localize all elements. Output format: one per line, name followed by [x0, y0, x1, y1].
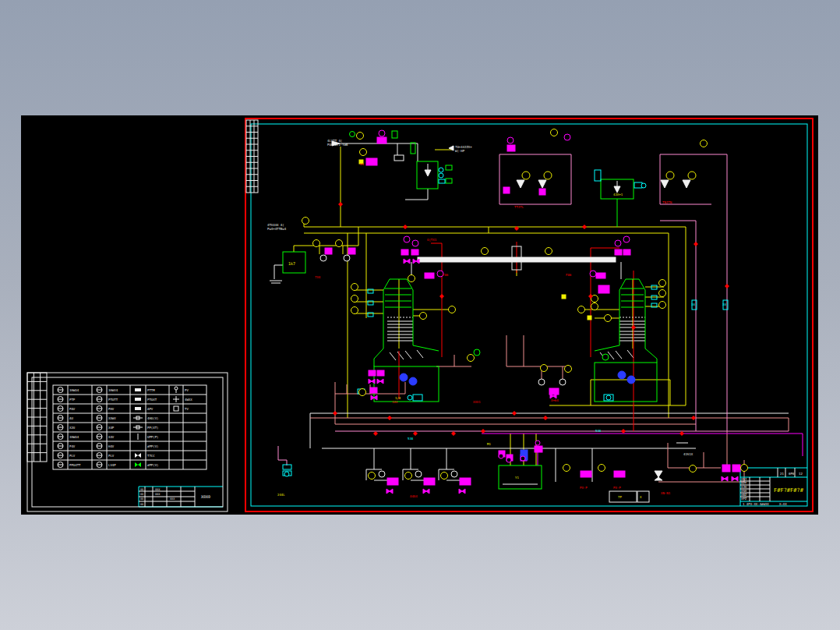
- annotation: XPZ: [741, 497, 747, 501]
- annotation: XXX: [155, 493, 161, 496]
- instrument-bubble: [521, 456, 525, 461]
- legend-label: XXWV: [108, 416, 116, 420]
- annotation: 41S1X: [683, 452, 694, 456]
- instrument-bubble: [598, 465, 605, 472]
- instrument-bubble: [441, 472, 448, 480]
- instrument-bubble: [666, 172, 674, 179]
- legend-label: X2U: [69, 426, 76, 430]
- instrument-bubble: [701, 140, 708, 147]
- instrument-bubble: [690, 465, 697, 472]
- equipment-rect: [460, 478, 471, 485]
- annotation: FA6: [566, 273, 572, 277]
- annotation: A4A4: [410, 494, 418, 498]
- instrument-bubble: [605, 315, 612, 322]
- equipment-rect: [732, 465, 740, 472]
- equipment-rect: [549, 388, 559, 395]
- equipment-rect: [588, 316, 591, 320]
- instrument-bubble: [535, 441, 540, 445]
- instrument-bubble: [559, 379, 566, 385]
- flow-marker: [725, 284, 729, 288]
- instrument-bubble: [439, 168, 443, 172]
- instrument-bubble: [351, 296, 358, 303]
- equipment-rect: [446, 179, 452, 183]
- valve-symbol: [377, 379, 383, 384]
- equipment-rect: [499, 465, 542, 489]
- legend-label: 4WXX: [185, 398, 192, 402]
- legend-label: PTOTT: [108, 398, 118, 402]
- equipment-rect: [325, 248, 332, 254]
- legend-label: PTOXT: [147, 398, 157, 402]
- legend-label: 3HWO4: [69, 388, 79, 392]
- annotation: XX: [140, 493, 144, 496]
- annotation: 12: [799, 472, 803, 476]
- instrument-bubble: [451, 471, 457, 477]
- annotation: 538: [595, 429, 602, 433]
- pipe-line: [595, 345, 619, 351]
- annotation: X:XX: [779, 502, 787, 506]
- legend-label: PLV: [108, 454, 115, 458]
- instrument-bubble: [618, 371, 626, 379]
- valve-symbol: [404, 259, 410, 264]
- legend-label: PLV: [69, 454, 76, 458]
- instrument-bubble: [551, 129, 558, 136]
- pipe-line: [413, 345, 439, 351]
- instrument-bubble: [627, 376, 635, 384]
- flow-marker: [403, 225, 408, 229]
- valve-symbol: [517, 180, 524, 188]
- instrument-bubble: [615, 240, 621, 246]
- instrument-bubble: [360, 149, 367, 156]
- instrument-bubble: [641, 183, 646, 188]
- instrument-bubble: [591, 303, 598, 310]
- legend-label: X4V: [108, 435, 115, 439]
- annotation: O|TX1: [427, 238, 437, 242]
- instrument-bubble: [409, 377, 417, 385]
- equipment-rect: [377, 370, 384, 376]
- flow-marker: [582, 225, 587, 229]
- instrument-bubble: [564, 134, 570, 140]
- pipe-line: [390, 352, 396, 360]
- instrument-bubble: [659, 290, 666, 297]
- flow-marker: [439, 294, 444, 299]
- equipment-rect: [446, 165, 452, 170]
- instrument-bubble: [344, 255, 350, 261]
- annotation: PO4-BY1-Y#B: [327, 143, 348, 147]
- instrument-bubble: [741, 465, 748, 472]
- annotation: 244L: [277, 493, 285, 497]
- legend-label: #PP(V): [147, 463, 158, 467]
- legend-label: TV: [185, 407, 189, 411]
- instrument-bubble: [400, 373, 408, 381]
- valve-symbol: [655, 471, 662, 477]
- annotation: TNJTN: [662, 200, 672, 204]
- annotation: 0P0: [789, 472, 795, 476]
- legend-label: 3HWO4: [69, 435, 79, 439]
- equipment-rect: [401, 250, 408, 255]
- annotation: 4JX+1: [613, 193, 623, 196]
- annotation: W4: [360, 162, 364, 166]
- pipe-line: [627, 350, 634, 358]
- instrument-bubble: [420, 313, 427, 320]
- pipe-line: [397, 352, 404, 359]
- instrument-bubble: [541, 365, 548, 372]
- legend-label: PAV: [69, 407, 76, 411]
- valve-symbol: [423, 489, 429, 494]
- legend-label: 3HWV4: [108, 388, 118, 392]
- legend-symbol-rect: [135, 398, 141, 401]
- equipment-rect: [394, 155, 404, 161]
- instrument-bubble: [449, 306, 456, 313]
- instrument-bubble: [499, 454, 503, 458]
- pipe-line: [374, 349, 383, 359]
- annotation: 1k7: [288, 261, 295, 266]
- instrument-bubble: [659, 280, 666, 287]
- instrument-bubble: [538, 379, 545, 385]
- annotation: XX: [140, 497, 144, 501]
- equipment-rect: [425, 273, 434, 278]
- instrument-bubble: [408, 275, 415, 282]
- equipment-rect: [615, 250, 622, 255]
- equipment-rect: [609, 491, 637, 502]
- instrument-bubble: [563, 465, 570, 472]
- equipment-rect: [392, 131, 397, 138]
- annotation: X: [640, 495, 642, 499]
- equipment-rect: [614, 471, 625, 477]
- equipment-rect: [596, 273, 605, 278]
- flow-marker: [631, 325, 636, 330]
